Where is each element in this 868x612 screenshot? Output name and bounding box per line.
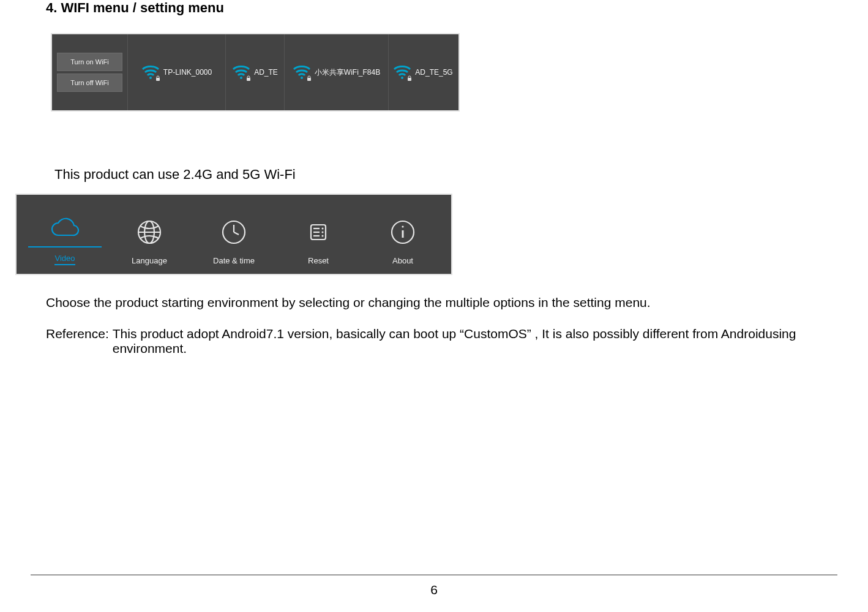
svg-rect-3 [247, 78, 250, 81]
lock-icon [245, 75, 252, 81]
wifi-signal-icon [232, 64, 250, 80]
reference-block: Reference: This product adopt Android7.1… [46, 327, 822, 356]
wifi-ssid-label: TP-LINK_0000 [163, 68, 212, 77]
svg-point-20 [322, 235, 324, 237]
settings-item-reset[interactable]: Reset [282, 214, 355, 265]
wifi-network-item[interactable]: TP-LINK_0000 [128, 34, 226, 110]
settings-item-label: Date & time [213, 256, 255, 265]
wifi-signal-icon [141, 64, 160, 80]
turn-off-wifi-button[interactable]: Turn off WiFi [57, 74, 122, 92]
info-icon [366, 214, 440, 250]
svg-point-4 [301, 77, 303, 79]
reset-icon [282, 214, 355, 250]
svg-point-2 [240, 77, 242, 79]
wifi-menu-panel: Turn on WiFi Turn off WiFi TP-LINK_0000 [51, 33, 460, 111]
settings-item-label: About [392, 256, 413, 265]
reference-label: Reference: [46, 327, 109, 356]
wifi-network-item[interactable]: AD_TE_5G [389, 34, 457, 110]
settings-item-label: Reset [308, 256, 329, 265]
wifi-network-item[interactable]: 小米共享WiFi_F84B [285, 34, 389, 110]
reference-text: This product adopt Android7.1 version, b… [109, 327, 822, 356]
svg-point-19 [322, 232, 324, 233]
body-text: Choose the product starting environment … [46, 293, 822, 312]
turn-on-wifi-button[interactable]: Turn on WiFi [57, 53, 122, 71]
svg-point-18 [322, 228, 324, 230]
globe-icon [113, 214, 186, 250]
footer-divider [31, 575, 837, 575]
svg-rect-5 [307, 78, 311, 81]
lock-icon [406, 75, 413, 81]
wifi-ssid-label: AD_TE_5G [415, 68, 452, 77]
page-number: 6 [0, 583, 868, 597]
cloud-icon [28, 212, 102, 247]
settings-item-about[interactable]: About [366, 214, 440, 265]
svg-rect-7 [408, 78, 411, 81]
wifi-network-item[interactable]: AD_TE [226, 34, 285, 110]
svg-rect-1 [156, 78, 160, 81]
svg-line-13 [234, 232, 239, 235]
wifi-signal-icon [393, 64, 411, 80]
settings-item-label: Video [54, 254, 75, 265]
section-title: 4. WIFI menu / setting menu [46, 0, 822, 16]
settings-item-language[interactable]: Language [113, 214, 186, 265]
svg-point-0 [149, 77, 152, 79]
svg-point-22 [402, 225, 403, 227]
lock-icon [155, 75, 161, 81]
wifi-note-text: This product can use 2.4G and 5G Wi-Fi [54, 167, 822, 183]
settings-item-label: Language [132, 256, 167, 265]
wifi-ssid-label: 小米共享WiFi_F84B [315, 67, 380, 78]
lock-icon [306, 75, 312, 81]
wifi-toggle-column: Turn on WiFi Turn off WiFi [52, 34, 128, 110]
wifi-ssid-label: AD_TE [254, 68, 278, 77]
svg-point-6 [401, 77, 403, 79]
settings-menu-panel: Video Language [15, 194, 452, 275]
clock-icon [197, 214, 271, 250]
wifi-signal-icon [293, 64, 311, 80]
settings-item-video[interactable]: Video [28, 212, 102, 265]
settings-item-datetime[interactable]: Date & time [197, 214, 271, 265]
